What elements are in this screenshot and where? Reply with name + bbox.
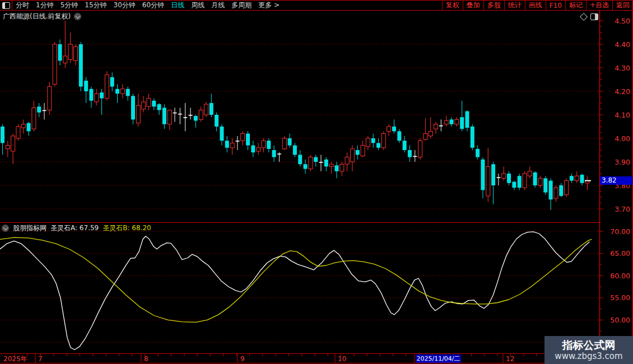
tab-period-5[interactable]: 60分钟 xyxy=(139,1,167,10)
indicator-header: 股朋指标网 圣灵石A: 67.59 圣灵石B: 68.20 xyxy=(2,223,151,233)
tab-period-4[interactable]: 30分钟 xyxy=(110,1,139,10)
axis-labels: 4.504.404.304.204.104.003.903.803.7070.0… xyxy=(3,17,630,363)
tab-period-3[interactable]: 15分钟 xyxy=(81,1,110,10)
panel-toggle-cell[interactable] xyxy=(0,1,12,10)
tab-period-10[interactable]: 更多 > xyxy=(255,1,283,10)
svg-text:12: 12 xyxy=(506,355,514,363)
highlighted-date: 2025/11/04/二 xyxy=(416,354,461,363)
tab-period-2[interactable]: 5分钟 xyxy=(57,1,82,10)
toolbar-action-button-0[interactable]: 复权 xyxy=(442,1,463,10)
chart-canvas[interactable]: 4.504.404.304.204.104.003.903.803.7070.0… xyxy=(0,0,633,364)
svg-text:4.50: 4.50 xyxy=(615,17,630,25)
svg-text:4.20: 4.20 xyxy=(615,87,630,96)
svg-text:4.40: 4.40 xyxy=(615,40,630,49)
watermark-url: www.zbgs3.com xyxy=(555,352,622,361)
sidebar-toggle-icon[interactable] xyxy=(2,2,10,9)
toolbar-action-button-3[interactable]: 统计 xyxy=(504,1,525,10)
svg-text:2025年: 2025年 xyxy=(3,355,27,363)
svg-text:60.00: 60.00 xyxy=(610,272,630,280)
svg-text:4.10: 4.10 xyxy=(615,111,630,119)
svg-text:3.70: 3.70 xyxy=(615,205,630,213)
candlestick-series xyxy=(1,21,591,210)
tab-period-8[interactable]: 月线 xyxy=(208,1,228,10)
indicator-a-value: 圣灵石A: 67.59 xyxy=(50,223,99,233)
collapse-chevron-icon[interactable] xyxy=(2,225,9,232)
svg-text:70.00: 70.00 xyxy=(610,227,630,236)
tab-period-1[interactable]: 1分钟 xyxy=(32,1,57,10)
indicator-lines xyxy=(0,232,592,350)
chevron-down-icon[interactable] xyxy=(74,13,81,20)
symbol-title-row: 广西能源(日线.前复权) xyxy=(3,12,81,21)
toolbar-action-button-1[interactable]: 叠加 xyxy=(463,1,483,10)
svg-text:10: 10 xyxy=(338,355,346,363)
toolbar-action-button-8[interactable]: 返回 xyxy=(612,1,633,10)
indicator-b-value: 圣灵石B: 68.20 xyxy=(103,223,151,233)
toolbar-action-button-4[interactable]: 画线 xyxy=(525,1,546,10)
svg-text:7: 7 xyxy=(38,355,43,363)
svg-text:55.00: 55.00 xyxy=(610,293,630,302)
toolbar-spacer xyxy=(283,1,442,10)
toolbar-action-button-6[interactable]: 标记 xyxy=(565,1,586,10)
period-tabs: 分时1分钟5分钟15分钟30分钟60分钟日线周线月线多周期更多 > xyxy=(12,1,283,10)
toolbar-action-button-7[interactable]: +自选 xyxy=(586,1,612,10)
svg-text:4.30: 4.30 xyxy=(615,64,630,72)
chart-corner-icons xyxy=(581,13,598,20)
toolbar: 分时1分钟5分钟15分钟30分钟60分钟日线周线月线多周期更多 > 复权叠加多股… xyxy=(0,1,633,10)
symbol-title: 广西能源(日线.前复权) xyxy=(3,12,71,21)
indicator-source-label: 股朋指标网 xyxy=(13,223,46,233)
svg-text:4.00: 4.00 xyxy=(615,134,630,143)
tab-period-6[interactable]: 日线 xyxy=(167,1,188,10)
svg-text:3.90: 3.90 xyxy=(615,158,630,166)
toolbar-actions: 复权叠加多股统计画线F10标记+自选返回 xyxy=(442,1,633,10)
panel-layout-icon[interactable] xyxy=(590,13,598,20)
svg-text:8: 8 xyxy=(144,355,148,363)
watermark-title: 指标公式网 xyxy=(562,339,616,352)
toolbar-action-button-2[interactable]: 多股 xyxy=(483,1,504,10)
diamond-icon[interactable] xyxy=(580,13,588,21)
tab-period-7[interactable]: 周线 xyxy=(188,1,208,10)
svg-text:65.00: 65.00 xyxy=(610,249,630,258)
tab-period-9[interactable]: 多周期 xyxy=(228,1,255,10)
toolbar-action-button-5[interactable]: F10 xyxy=(546,1,565,10)
last-price-tag: 3.82 xyxy=(600,176,632,185)
svg-text:50.00: 50.00 xyxy=(610,316,630,324)
svg-text:9: 9 xyxy=(240,355,245,363)
watermark: 指标公式网 www.zbgs3.com xyxy=(544,336,633,364)
tab-period-0[interactable]: 分时 xyxy=(12,1,32,10)
